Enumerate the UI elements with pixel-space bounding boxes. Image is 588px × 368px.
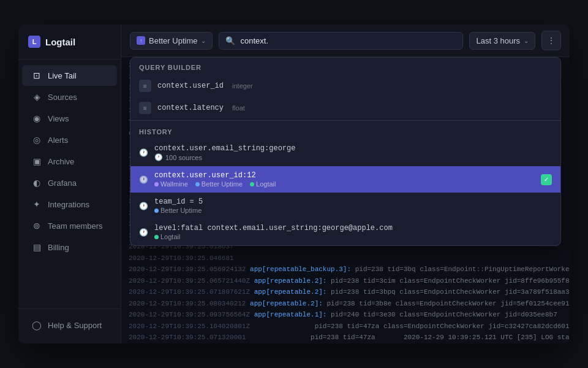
sidebar: L Logtail ⊡ Live Tail ◈ Sources ◉ Views … xyxy=(18,25,121,343)
history-query: context.user.email_string:george xyxy=(154,144,295,153)
history-sources: Better Uptime xyxy=(154,207,203,214)
logo-area: L Logtail xyxy=(18,25,121,59)
sidebar-item-label: Grafana xyxy=(48,178,77,188)
sidebar-item-views[interactable]: ◉ Views xyxy=(22,108,117,129)
history-query: team_id = 5 xyxy=(154,197,203,206)
clock-icon: 🕐 xyxy=(139,202,148,210)
history-item-content: context.user.email_string:george 🕐 100 s… xyxy=(154,144,295,161)
history-sources: Wallmine Better Uptime Logtail xyxy=(154,180,276,188)
history-item-1[interactable]: 🕐 context.user.email_string:george 🕐 100… xyxy=(130,139,560,166)
history-item-3[interactable]: 🕐 team_id = 5 Better Uptime xyxy=(130,193,560,219)
team-selector[interactable]: ↑ Better Uptime ⌄ xyxy=(130,32,213,50)
live-tail-icon: ⊡ xyxy=(32,71,42,80)
source-dot: Better Uptime xyxy=(154,207,202,214)
divider xyxy=(130,120,560,121)
nav-section: ⊡ Live Tail ◈ Sources ◉ Views ◎ Alerts ▣… xyxy=(18,59,121,309)
sidebar-item-billing[interactable]: ▤ Billing xyxy=(22,237,117,258)
integrations-icon: ✦ xyxy=(32,199,42,209)
log-line: 2020-12-29T10:39:25.093756564Z app[repea… xyxy=(121,309,570,321)
history-item-content: level:fatal context.email.user_string:ge… xyxy=(154,224,393,240)
team-members-icon: ⊚ xyxy=(32,221,42,231)
history-query: level:fatal context.email.user_string:ge… xyxy=(154,224,393,232)
sidebar-item-label: Integrations xyxy=(48,200,89,209)
sources-icon: ◈ xyxy=(32,92,42,102)
log-line: 2020-12-29T10:39:25.065721440Z app[repea… xyxy=(121,275,570,287)
source-dot: Logtail xyxy=(154,233,180,240)
sidebar-item-team-members[interactable]: ⊚ Team members xyxy=(22,215,117,236)
type-icon: ≡ xyxy=(139,102,151,114)
settings-button[interactable]: ⋮ xyxy=(541,31,561,50)
sidebar-item-label: Help & Support xyxy=(48,321,102,330)
sidebar-item-label: Views xyxy=(48,114,69,123)
time-chevron-icon: ⌄ xyxy=(524,37,529,44)
sidebar-item-label: Archive xyxy=(48,157,74,166)
time-label: Last 3 hours xyxy=(476,36,520,45)
header: ↑ Better Uptime ⌄ 🔍 Last 3 hours ⌄ ⋮ xyxy=(121,25,570,57)
team-icon: ↑ xyxy=(137,36,145,45)
history-item-content: team_id = 5 Better Uptime xyxy=(154,197,203,214)
suggestion-label: context.user_id xyxy=(157,82,224,90)
team-chevron-icon: ⌄ xyxy=(201,37,206,44)
sidebar-item-help-support[interactable]: ◯ Help & Support xyxy=(22,315,117,335)
suggestion-type: integer xyxy=(232,82,253,90)
views-icon: ◉ xyxy=(32,113,42,123)
archive-icon: ▣ xyxy=(32,156,42,166)
suggestion-label: context.latency xyxy=(157,104,224,112)
check-icon: ✓ xyxy=(541,174,552,185)
query-dropdown: QUERY BUILDER ≡ context.user_id integer … xyxy=(130,57,561,246)
suggestion-type: float xyxy=(232,104,245,112)
sidebar-item-archive[interactable]: ▣ Archive xyxy=(22,151,117,172)
team-name: Better Uptime xyxy=(149,36,197,45)
billing-icon: ▤ xyxy=(32,242,42,252)
log-line: 2020-12-29T10:39:25.080340212 app[repeat… xyxy=(121,298,570,310)
settings-icon: ⋮ xyxy=(547,36,556,45)
alerts-icon: ◎ xyxy=(32,135,42,145)
sidebar-item-live-tail[interactable]: ⊡ Live Tail xyxy=(22,65,117,86)
search-input[interactable] xyxy=(240,36,456,45)
source-dot-logtail: Logtail xyxy=(250,180,276,188)
sidebar-item-label: Alerts xyxy=(48,136,68,145)
source-dot-wallmine: Wallmine xyxy=(154,180,188,188)
log-line: 2020-12-29T10:39:25.046681 xyxy=(121,253,570,264)
history-item-2[interactable]: 🕐 context.user.user_id:12 Wallmine Bette… xyxy=(130,166,560,193)
log-line: 2020-12-29T10:39:25.056924132 app[repeat… xyxy=(121,264,570,275)
sidebar-item-grafana[interactable]: ◐ Grafana xyxy=(22,172,117,193)
clock-icon: 🕐 xyxy=(139,228,148,237)
sidebar-item-integrations[interactable]: ✦ Integrations xyxy=(22,194,117,215)
sidebar-item-label: Sources xyxy=(48,93,77,102)
sidebar-item-label: Billing xyxy=(48,243,69,252)
source-dot-better-uptime: Better Uptime xyxy=(195,180,243,188)
history-item-content: context.user.user_id:12 Wallmine Better … xyxy=(154,171,276,188)
sidebar-item-label: Live Tail xyxy=(48,71,77,80)
type-icon: ≡ xyxy=(139,80,151,92)
main-content: ↑ Better Uptime ⌄ 🔍 Last 3 hours ⌄ ⋮ 202… xyxy=(121,25,570,343)
query-builder-header: QUERY BUILDER xyxy=(130,58,560,75)
log-line: 2020-12-29T10:39:25.071320001 pid=238 ti… xyxy=(121,332,570,343)
search-icon: 🔍 xyxy=(225,36,235,45)
sidebar-item-label: Team members xyxy=(48,221,103,231)
content-area: 2020-12-29T10:39:24.680403 2020-12-29T10… xyxy=(121,57,570,343)
log-line: 2020-12-29T10:39:25.071807621Z app[repea… xyxy=(121,286,570,298)
sidebar-item-sources[interactable]: ◈ Sources xyxy=(22,86,117,107)
app-name: Logtail xyxy=(45,37,75,47)
history-sources: Logtail xyxy=(154,233,393,240)
sources-label: 100 sources xyxy=(165,154,202,161)
help-icon: ◯ xyxy=(32,320,42,330)
time-selector[interactable]: Last 3 hours ⌄ xyxy=(469,32,535,50)
suggestion-user-id[interactable]: ≡ context.user_id integer xyxy=(130,75,560,97)
logo-icon: L xyxy=(28,36,40,48)
suggestion-latency[interactable]: ≡ context.latency float xyxy=(130,97,560,119)
search-bar[interactable]: 🔍 xyxy=(219,32,463,50)
sidebar-bottom: ◯ Help & Support xyxy=(18,309,121,343)
clock-icon: 🕐 xyxy=(139,175,148,184)
history-sources: 🕐 100 sources xyxy=(154,153,295,161)
history-item-4[interactable]: 🕐 level:fatal context.email.user_string:… xyxy=(130,219,560,245)
sidebar-item-alerts[interactable]: ◎ Alerts xyxy=(22,129,117,150)
log-line: 2020-12-29T10:39:25.104020801Z pid=238 t… xyxy=(121,321,570,332)
history-header: HISTORY xyxy=(130,122,560,139)
grafana-icon: ◐ xyxy=(32,178,42,188)
sources-count: 🕐 xyxy=(154,153,163,161)
history-query: context.user.user_id:12 xyxy=(154,171,276,180)
clock-icon: 🕐 xyxy=(139,148,148,157)
